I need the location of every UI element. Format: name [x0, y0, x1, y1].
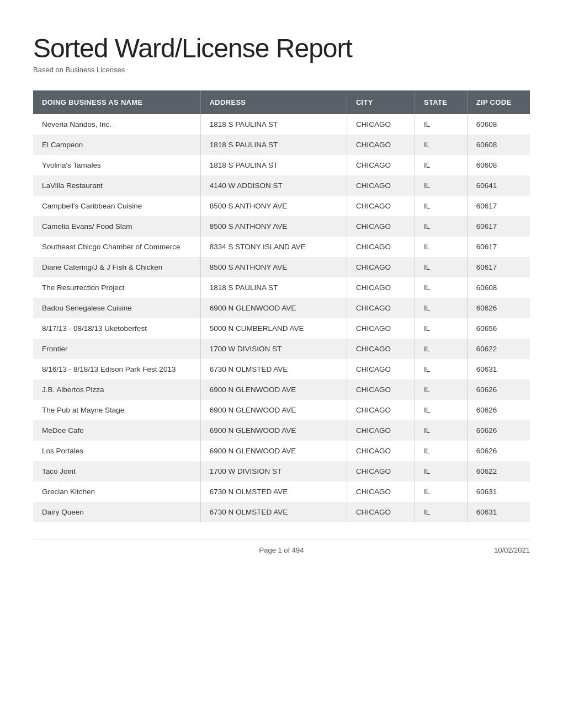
header-name: DOING BUSINESS AS NAME [33, 90, 200, 114]
table-cell: Southeast Chicgo Chamber of Commerce [33, 237, 200, 257]
table-cell: IL [415, 339, 468, 359]
table-cell: 5000 N CUMBERLAND AVE [200, 318, 347, 339]
table-cell: 1700 W DIVISION ST [200, 461, 347, 481]
table-cell: 60622 [467, 339, 530, 359]
table-cell: Dairy Queen [33, 502, 200, 522]
table-cell: 60617 [467, 216, 530, 237]
table-cell: 60631 [467, 502, 530, 522]
table-cell: IL [415, 237, 468, 257]
table-cell: CHICAGO [347, 298, 415, 318]
table-cell: IL [415, 481, 468, 502]
table-row: Southeast Chicgo Chamber of Commerce8334… [33, 237, 530, 257]
table-cell: IL [415, 502, 468, 522]
table-cell: 60641 [467, 175, 530, 196]
table-row: Taco Joint1700 W DIVISION STCHICAGOIL606… [33, 461, 530, 481]
table-cell: Grecian Kitchen [33, 481, 200, 502]
table-cell: IL [415, 155, 468, 175]
table-cell: The Resurrection Project [33, 277, 200, 298]
table-cell: IL [415, 441, 468, 461]
table-cell: CHICAGO [347, 359, 415, 379]
report-title: Sorted Ward/License Report [33, 33, 530, 63]
table-cell: IL [415, 257, 468, 277]
table-cell: 6900 N GLENWOOD AVE [200, 400, 347, 420]
table-cell: CHICAGO [347, 257, 415, 277]
table-cell: CHICAGO [347, 237, 415, 257]
table-cell: Badou Senegalese Cuisine [33, 298, 200, 318]
table-cell: 1818 S PAULINA ST [200, 155, 347, 175]
table-cell: 4140 W ADDISON ST [200, 175, 347, 196]
table-cell: 60631 [467, 359, 530, 379]
table-cell: LaVilla Restaurant [33, 175, 200, 196]
table-cell: CHICAGO [347, 155, 415, 175]
footer: Page 1 of 494 10/02/2021 [33, 539, 530, 554]
table-cell: IL [415, 400, 468, 420]
table-cell: Taco Joint [33, 461, 200, 481]
table-cell: CHICAGO [347, 277, 415, 298]
table-cell: 60626 [467, 441, 530, 461]
table-cell: Camelia Evans/ Food Slam [33, 216, 200, 237]
table-cell: IL [415, 175, 468, 196]
table-cell: 8500 S ANTHONY AVE [200, 257, 347, 277]
footer-date: 10/02/2021 [494, 546, 530, 554]
table-cell: CHICAGO [347, 175, 415, 196]
table-cell: Diane Catering/J & J Fish & Chicken [33, 257, 200, 277]
table-cell: 6900 N GLENWOOD AVE [200, 441, 347, 461]
table-cell: 1700 W DIVISION ST [200, 339, 347, 359]
table-cell: 1818 S PAULINA ST [200, 114, 347, 135]
footer-page: Page 1 of 494 [259, 546, 304, 554]
report-subtitle: Based on Business Licenses [33, 66, 530, 74]
table-cell: 8/17/13 - 08/18/13 Uketoberfest [33, 318, 200, 339]
table-cell: 1818 S PAULINA ST [200, 135, 347, 155]
table-cell: IL [415, 277, 468, 298]
table-cell: 8500 S ANTHONY AVE [200, 196, 347, 216]
table-cell: 60626 [467, 298, 530, 318]
table-row: Los Portales6900 N GLENWOOD AVECHICAGOIL… [33, 441, 530, 461]
table-cell: CHICAGO [347, 339, 415, 359]
table-cell: IL [415, 114, 468, 135]
table-cell: IL [415, 196, 468, 216]
table-cell: 60631 [467, 481, 530, 502]
license-table: DOING BUSINESS AS NAME ADDRESS CITY STAT… [33, 90, 530, 522]
table-header-row: DOING BUSINESS AS NAME ADDRESS CITY STAT… [33, 90, 530, 114]
table-cell: Frontier [33, 339, 200, 359]
table-cell: IL [415, 135, 468, 155]
table-cell: CHICAGO [347, 318, 415, 339]
table-cell: MeDee Cafe [33, 420, 200, 441]
table-row: 8/17/13 - 08/18/13 Uketoberfest5000 N CU… [33, 318, 530, 339]
table-cell: 1818 S PAULINA ST [200, 277, 347, 298]
table-cell: Neveria Nandos, Inc. [33, 114, 200, 135]
table-cell: 8334 S STONY ISLAND AVE [200, 237, 347, 257]
table-cell: J.B. Albertos Pizza [33, 379, 200, 400]
table-cell: CHICAGO [347, 196, 415, 216]
table-cell: 60608 [467, 277, 530, 298]
table-cell: 60626 [467, 420, 530, 441]
table-cell: IL [415, 359, 468, 379]
table-cell: CHICAGO [347, 135, 415, 155]
table-cell: Los Portales [33, 441, 200, 461]
table-cell: 60608 [467, 114, 530, 135]
table-cell: 6900 N GLENWOOD AVE [200, 379, 347, 400]
table-row: J.B. Albertos Pizza6900 N GLENWOOD AVECH… [33, 379, 530, 400]
table-cell: 60617 [467, 257, 530, 277]
table-row: Grecian Kitchen6730 N OLMSTED AVECHICAGO… [33, 481, 530, 502]
table-cell: IL [415, 420, 468, 441]
table-cell: IL [415, 216, 468, 237]
table-cell: 6730 N OLMSTED AVE [200, 481, 347, 502]
table-cell: IL [415, 298, 468, 318]
table-cell: 60608 [467, 135, 530, 155]
table-row: Yvolina's Tamales1818 S PAULINA STCHICAG… [33, 155, 530, 175]
table-cell: 60617 [467, 196, 530, 216]
table-row: El Campeon1818 S PAULINA STCHICAGOIL6060… [33, 135, 530, 155]
table-cell: CHICAGO [347, 379, 415, 400]
table-row: Camelia Evans/ Food Slam8500 S ANTHONY A… [33, 216, 530, 237]
table-row: LaVilla Restaurant4140 W ADDISON STCHICA… [33, 175, 530, 196]
header-address: ADDRESS [200, 90, 347, 114]
table-cell: 60608 [467, 155, 530, 175]
table-cell: 6900 N GLENWOOD AVE [200, 298, 347, 318]
table-row: The Pub at Mayne Stage6900 N GLENWOOD AV… [33, 400, 530, 420]
table-cell: CHICAGO [347, 400, 415, 420]
table-cell: Campbell's Caribbean Cuisine [33, 196, 200, 216]
table-cell: 8500 S ANTHONY AVE [200, 216, 347, 237]
table-cell: IL [415, 461, 468, 481]
table-cell: 6730 N OLMSTED AVE [200, 502, 347, 522]
